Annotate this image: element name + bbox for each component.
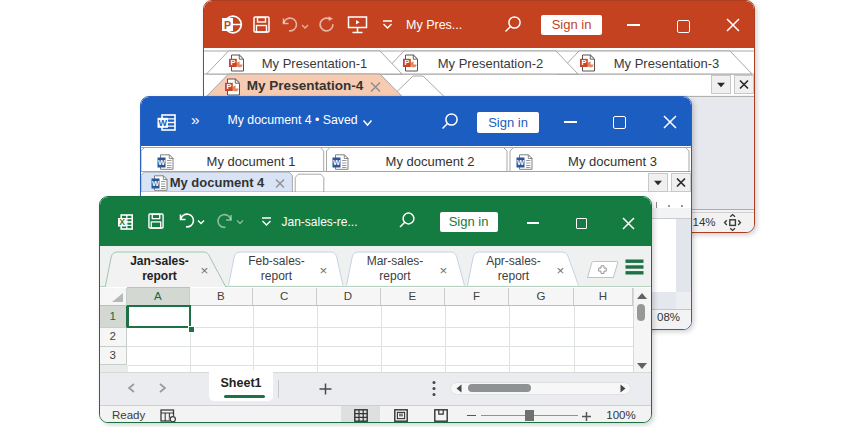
svg-text:W: W	[158, 158, 166, 167]
svg-text:P: P	[224, 19, 231, 31]
svg-text:P: P	[404, 58, 409, 67]
svg-text:W: W	[151, 179, 159, 188]
svg-text:X: X	[119, 217, 125, 227]
svg-text:W: W	[333, 158, 341, 167]
svg-text:W: W	[517, 158, 525, 167]
svg-text:W: W	[159, 118, 168, 128]
svg-text:P: P	[230, 58, 235, 67]
svg-text:P: P	[581, 58, 586, 67]
svg-text:P: P	[226, 82, 231, 91]
